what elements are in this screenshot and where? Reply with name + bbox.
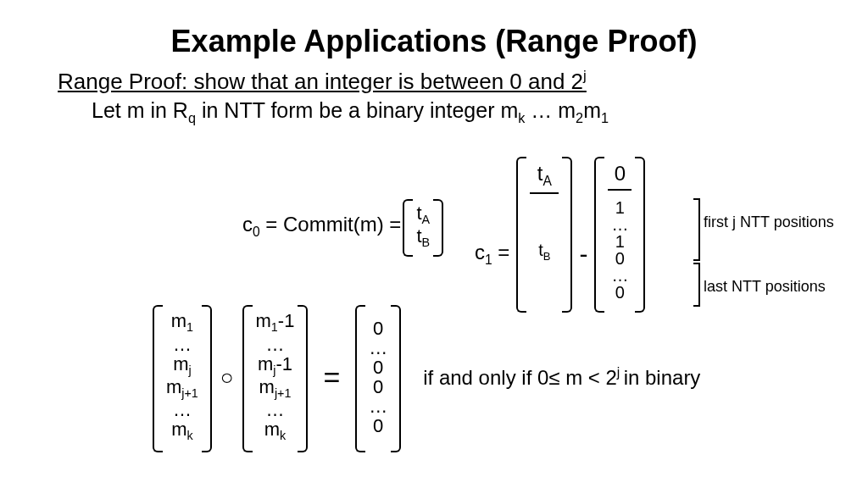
cell: m1 <box>171 311 193 334</box>
c1-eq: = <box>492 241 510 263</box>
brace-last <box>693 263 700 307</box>
sfx: -1 <box>275 353 292 374</box>
sub: j <box>188 363 191 377</box>
B: B <box>543 250 551 263</box>
matrix-col: m1 … mj mj+1 … mk <box>163 305 202 449</box>
sub: j+1 <box>275 386 291 400</box>
cell: … <box>369 396 387 416</box>
iff-pre: if and only if 0≤ m < 2 <box>423 366 617 389</box>
A: A <box>543 174 552 188</box>
brace-first <box>693 198 700 261</box>
matrix-col: 0 … 0 0 … 0 <box>365 305 391 449</box>
equals-sign: = <box>323 361 340 394</box>
cell: mk <box>171 419 192 442</box>
commit-matrix: tA tB <box>403 199 443 253</box>
minus-sign: - <box>579 240 587 269</box>
bracket-right <box>562 157 572 313</box>
let-m: m <box>583 98 601 122</box>
cell: m1-1 <box>256 311 295 334</box>
sub: 1 <box>271 321 278 335</box>
heading-text: Range Proof: show that an integer is bet… <box>58 69 583 94</box>
matrix-top-cell: 0 <box>608 157 632 191</box>
c0-c: c <box>242 213 253 236</box>
c0-eq: = Commit(m) = <box>260 213 402 236</box>
matrix-cell: tA <box>416 203 430 226</box>
bracket-right <box>433 199 443 257</box>
bracket-left <box>403 199 413 257</box>
let-line: Let m in Rq in NTT form be a binary inte… <box>92 98 868 126</box>
cell: mj+1 <box>166 377 198 400</box>
m: m <box>171 310 186 331</box>
iff-row: m1 … mj mj+1 … mk ○ m1-1 … mj-1 mj+1 … m… <box>153 305 700 449</box>
let-mid: in NTT form be a binary integer m <box>196 98 518 122</box>
let-pre: Let m in R <box>92 98 188 122</box>
sub: k <box>186 430 192 443</box>
m: m <box>258 353 273 374</box>
B: B <box>422 236 431 249</box>
bracket-right <box>298 305 308 452</box>
bracket-left <box>516 157 526 313</box>
m-matrix: m1 … mj mj+1 … mk <box>153 305 212 449</box>
cell: 0 <box>373 319 383 338</box>
cell: mj <box>173 354 192 377</box>
first-positions-label: first j NTT positions <box>704 214 834 231</box>
matrix-top-cell: tA <box>530 157 559 194</box>
m: m <box>259 376 275 397</box>
sub: j+1 <box>181 386 198 400</box>
commit-row: c0 = Commit(m) = tA tB <box>242 199 445 253</box>
cell: 0 <box>373 377 383 396</box>
cell: 0 <box>615 284 625 301</box>
section-heading: Range Proof: show that an integer is bet… <box>58 68 868 95</box>
cell: 1 <box>615 233 625 250</box>
zero-matrix: 0 … 0 0 … 0 <box>355 305 401 449</box>
m-minus-1-matrix: m1-1 … mj-1 mj+1 … mk <box>242 305 309 449</box>
cell: 0 <box>373 416 383 435</box>
matrix-col: tA tB <box>413 199 433 253</box>
m: m <box>171 419 186 440</box>
heading-sup: j <box>583 68 587 84</box>
c0-sub: 0 <box>253 225 260 239</box>
cell: … <box>369 338 387 358</box>
last-positions-label: last NTT positions <box>704 278 826 296</box>
bracket-left <box>153 305 163 452</box>
c1-left-matrix: tA tB <box>516 157 572 309</box>
matrix-col: 0 1 … 1 0 … 0 <box>604 157 635 309</box>
m: m <box>166 376 181 397</box>
bracket-left <box>242 305 253 452</box>
matrix-col: tA tB <box>526 157 562 309</box>
cell: mj-1 <box>258 354 292 377</box>
sub: 1 <box>186 321 193 335</box>
m: m <box>256 310 271 331</box>
iff-text: if and only if 0≤ m < 2j in binary <box>423 365 700 390</box>
A: A <box>422 213 431 226</box>
iff-post: in binary <box>624 366 701 389</box>
c1-c: c <box>475 241 485 263</box>
iff-sup: j <box>617 365 624 380</box>
c1-label: c1 = <box>475 241 509 268</box>
cell: mj+1 <box>259 377 292 400</box>
cell: mk <box>264 419 286 442</box>
hadamard-op: ○ <box>220 364 234 391</box>
let-two: 2 <box>576 110 583 125</box>
matrix-rest: 1 … 1 0 … 0 <box>611 191 628 309</box>
cell: … <box>173 400 192 419</box>
let-q: q <box>188 110 196 125</box>
cell: … <box>611 267 628 284</box>
bracket-right <box>202 305 212 452</box>
c1-sub: 1 <box>485 252 492 267</box>
sfx: -1 <box>278 310 295 331</box>
cell: 0 <box>615 250 625 267</box>
m: m <box>264 419 280 440</box>
cell: … <box>611 216 628 233</box>
bracket-left <box>594 157 604 313</box>
c0-label: c0 = Commit(m) = <box>242 213 401 240</box>
cell: … <box>265 335 284 354</box>
cell: … <box>265 400 284 419</box>
matrix-rest: tB <box>538 194 550 309</box>
let-dots: … m <box>525 98 576 122</box>
cell: … <box>173 335 192 354</box>
bracket-left <box>355 305 365 452</box>
sub: k <box>280 430 286 443</box>
cell: 1 <box>615 199 625 216</box>
slide-title: Example Applications (Range Proof) <box>0 24 868 59</box>
